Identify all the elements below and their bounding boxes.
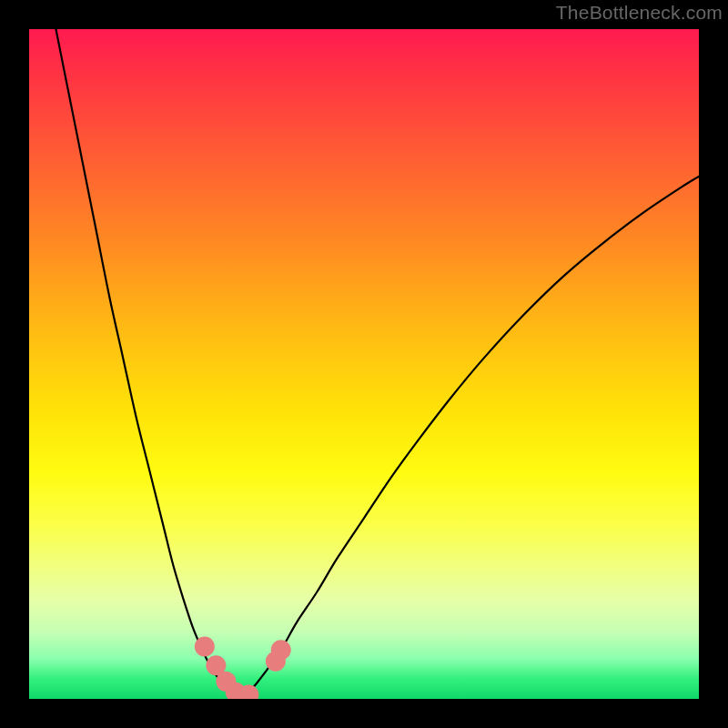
attribution-text: TheBottleneck.com — [556, 2, 723, 24]
markers-layer — [29, 29, 699, 699]
marker-dot — [195, 637, 215, 657]
marker-dot — [271, 640, 291, 660]
bottom-dots — [195, 637, 291, 699]
chart-frame: TheBottleneck.com — [0, 0, 728, 728]
